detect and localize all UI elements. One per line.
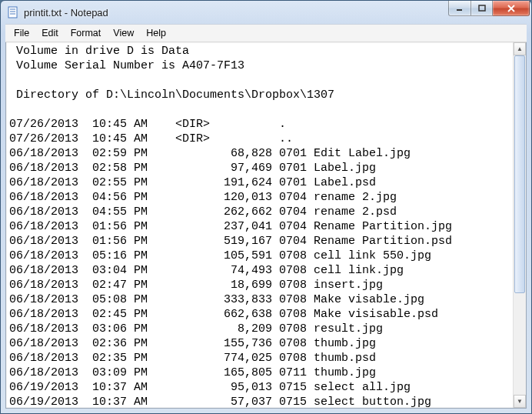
svg-rect-5 [479, 5, 485, 11]
svg-rect-0 [8, 7, 17, 18]
close-button[interactable] [493, 1, 530, 16]
scroll-track[interactable] [514, 55, 526, 395]
notepad-icon [7, 6, 19, 18]
text-content[interactable]: Volume in drive D is Data Volume Serial … [6, 42, 526, 408]
scroll-thumb[interactable] [514, 55, 525, 293]
vertical-scrollbar[interactable]: ▲ ▼ [513, 42, 526, 408]
menu-file[interactable]: File [8, 26, 35, 40]
titlebar[interactable]: printit.txt - Notepad [1, 1, 531, 24]
menubar: File Edit Format View Help [5, 24, 527, 42]
scroll-up-button[interactable]: ▲ [514, 42, 526, 55]
menu-view[interactable]: View [108, 26, 139, 40]
minimize-button[interactable] [448, 1, 471, 16]
client-area: Volume in drive D is Data Volume Serial … [5, 42, 527, 409]
svg-rect-4 [457, 9, 462, 11]
window-title: printit.txt - Notepad [24, 7, 448, 18]
menu-help[interactable]: Help [141, 26, 171, 40]
notepad-window: printit.txt - Notepad File Edit Format V… [0, 0, 532, 414]
scroll-down-button[interactable]: ▼ [514, 395, 526, 408]
menu-edit[interactable]: Edit [36, 26, 64, 40]
maximize-button[interactable] [471, 1, 493, 16]
window-controls [448, 1, 530, 24]
menu-format[interactable]: Format [65, 26, 107, 40]
